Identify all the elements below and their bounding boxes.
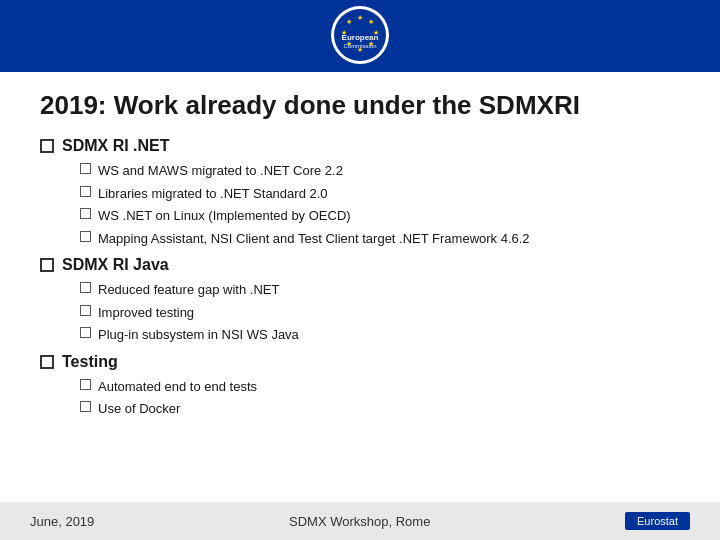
sub-checkbox-icon <box>80 186 91 197</box>
svg-text:★: ★ <box>368 18 374 25</box>
sub-checkbox-icon <box>80 305 91 316</box>
list-item: Plug-in subsystem in NSI WS Java <box>80 325 680 345</box>
eu-logo: ★ ★ ★ ★ ★ ★ ★ ★ European Commission <box>331 6 389 64</box>
checkbox-icon-testing <box>40 355 54 369</box>
sub-item-text: Reduced feature gap with .NET <box>98 280 279 300</box>
sub-item-text: Use of Docker <box>98 399 180 419</box>
checkbox-icon-net <box>40 139 54 153</box>
section-testing-title: Testing <box>62 353 118 371</box>
section-java-title: SDMX RI Java <box>62 256 169 274</box>
sub-checkbox-icon <box>80 401 91 412</box>
header-bar: ★ ★ ★ ★ ★ ★ ★ ★ European Commission <box>0 0 720 72</box>
list-item: Reduced feature gap with .NET <box>80 280 680 300</box>
sub-checkbox-icon <box>80 379 91 390</box>
sub-checkbox-icon <box>80 327 91 338</box>
list-item: Automated end to end tests <box>80 377 680 397</box>
section-java-header: SDMX RI Java <box>40 256 680 274</box>
sub-item-text: WS and MAWS migrated to .NET Core 2.2 <box>98 161 343 181</box>
section-testing-items: Automated end to end tests Use of Docker <box>80 377 680 419</box>
section-java-items: Reduced feature gap with .NET Improved t… <box>80 280 680 345</box>
sub-item-text: Improved testing <box>98 303 194 323</box>
sub-item-text: WS .NET on Linux (Implemented by OECD) <box>98 206 351 226</box>
footer: June, 2019 SDMX Workshop, Rome Eurostat <box>0 502 720 540</box>
section-net-title: SDMX RI .NET <box>62 137 170 155</box>
page-title: 2019: Work already done under the SDMXRI <box>40 90 680 121</box>
sub-checkbox-icon <box>80 163 91 174</box>
list-item: Libraries migrated to .NET Standard 2.0 <box>80 184 680 204</box>
sub-checkbox-icon <box>80 231 91 242</box>
list-item: WS .NET on Linux (Implemented by OECD) <box>80 206 680 226</box>
sub-item-text: Automated end to end tests <box>98 377 257 397</box>
checkbox-icon-java <box>40 258 54 272</box>
list-item: Mapping Assistant, NSI Client and Test C… <box>80 229 680 249</box>
section-net-items: WS and MAWS migrated to .NET Core 2.2 Li… <box>80 161 680 248</box>
sub-checkbox-icon <box>80 208 91 219</box>
list-item: WS and MAWS migrated to .NET Core 2.2 <box>80 161 680 181</box>
footer-date: June, 2019 <box>30 514 94 529</box>
footer-brand: Eurostat <box>625 512 690 530</box>
sub-item-text: Libraries migrated to .NET Standard 2.0 <box>98 184 328 204</box>
svg-text:Commission: Commission <box>343 43 376 49</box>
section-testing-header: Testing <box>40 353 680 371</box>
svg-text:European: European <box>342 33 379 42</box>
sub-checkbox-icon <box>80 282 91 293</box>
section-net-header: SDMX RI .NET <box>40 137 680 155</box>
list-item: Use of Docker <box>80 399 680 419</box>
svg-text:★: ★ <box>357 14 363 21</box>
sub-item-text: Plug-in subsystem in NSI WS Java <box>98 325 299 345</box>
sub-item-text: Mapping Assistant, NSI Client and Test C… <box>98 229 530 249</box>
list-item: Improved testing <box>80 303 680 323</box>
footer-event: SDMX Workshop, Rome <box>289 514 430 529</box>
main-content: 2019: Work already done under the SDMXRI… <box>0 72 720 437</box>
svg-text:★: ★ <box>346 18 352 25</box>
